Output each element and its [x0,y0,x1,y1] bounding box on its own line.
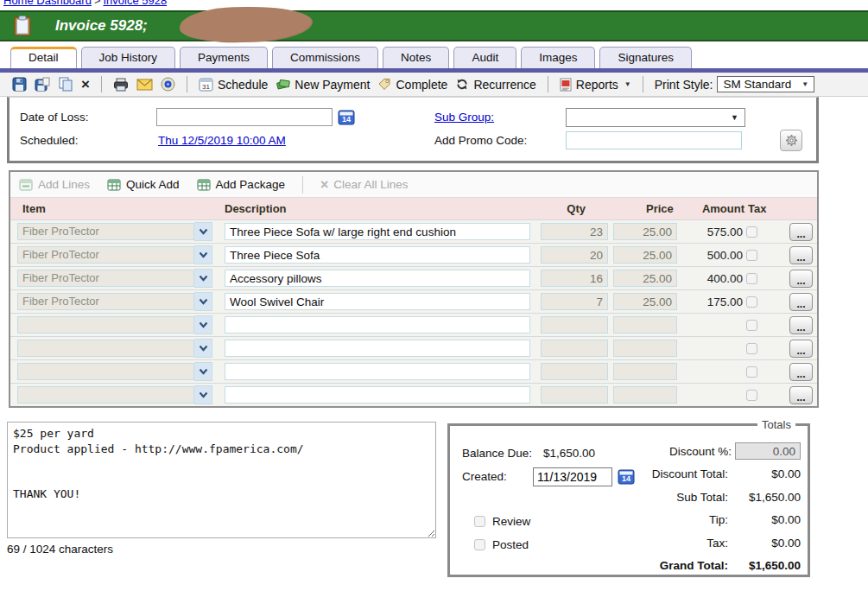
row-menu-button[interactable]: ... [789,340,813,358]
promo-settings-button[interactable] [780,130,802,151]
price-input[interactable] [613,223,677,240]
add-lines-icon [19,179,33,191]
item-select[interactable]: Fiber ProTector [17,292,225,311]
recurrence-button[interactable]: Recurrence [455,78,535,92]
tax-checkbox[interactable] [746,296,757,308]
item-select[interactable]: Fiber ProTector [17,245,225,264]
description-input[interactable] [225,316,530,334]
price-input[interactable] [613,293,677,310]
tab-job-history[interactable]: Job History [81,47,176,68]
description-input[interactable] [225,340,530,357]
add-package-button[interactable]: Add Package [197,178,285,191]
tax-checkbox[interactable] [746,343,757,354]
email-icon[interactable] [136,79,153,91]
chevron-down-icon: ▼ [624,80,631,88]
grand-total-label: Grand Total: [660,559,728,572]
qty-input[interactable] [541,293,608,310]
sub-group-select[interactable]: ▼ [566,108,745,127]
price-input[interactable] [613,270,677,287]
description-input[interactable] [225,223,530,240]
tax-checkbox[interactable] [746,226,757,238]
tab-audit[interactable]: Audit [453,47,516,68]
description-input[interactable] [225,246,530,264]
tax-checkbox[interactable] [746,273,757,284]
qty-input[interactable] [541,363,608,380]
row-menu-button[interactable]: ... [789,293,813,311]
tip-value: $0.00 [732,513,801,526]
date-of-loss-label: Date of Loss: [20,111,156,124]
tax-value: $0.00 [732,537,801,550]
tab-notes[interactable]: Notes [383,47,449,68]
tab-signatures[interactable]: Signatures [599,47,692,68]
add-lines-button[interactable]: Add Lines [19,178,90,191]
clear-all-lines-button[interactable]: × Clear All Lines [320,178,409,191]
clipboard-icon [12,15,33,37]
tax-checkbox[interactable] [746,390,757,401]
delete-icon[interactable]: × [81,78,90,92]
printer-icon[interactable] [113,78,129,92]
qty-input[interactable] [541,340,608,357]
review-checkbox[interactable] [474,516,485,527]
complete-button[interactable]: Complete [377,78,447,92]
schedule-button[interactable]: 31 Schedule [199,78,268,92]
date-of-loss-input[interactable] [156,108,333,126]
description-input[interactable] [225,363,530,380]
discount-total-value: $0.00 [732,467,801,480]
description-input[interactable] [225,270,530,287]
tab-images[interactable]: Images [521,47,595,68]
tax-checkbox[interactable] [746,366,757,378]
breadcrumb-current-link[interactable]: Invoice 5928 [103,0,167,7]
tax-checkbox[interactable] [746,320,757,331]
sub-group-link[interactable]: Sub Group: [434,111,494,124]
qty-input[interactable] [541,246,608,264]
description-input[interactable] [225,293,530,310]
description-input[interactable] [225,386,530,404]
tab-commissions[interactable]: Commissions [272,47,378,68]
price-input[interactable] [613,340,677,357]
qty-input[interactable] [541,386,608,404]
row-menu-button[interactable]: ... [789,363,813,381]
chevron-down-icon: ▼ [801,80,808,88]
price-input[interactable] [613,363,677,380]
breadcrumb-home-link[interactable]: Home Dashboard [3,0,92,7]
row-menu-button[interactable]: ... [789,316,813,334]
posted-checkbox[interactable] [474,539,485,550]
price-input[interactable] [613,246,677,264]
price-input[interactable] [613,386,677,404]
tab-detail[interactable]: Detail [10,47,77,68]
add-lines-label: Add Lines [38,178,90,191]
item-select[interactable] [17,385,225,404]
save-icon[interactable] [12,77,27,92]
qty-input[interactable] [541,270,608,287]
promo-code-input[interactable] [566,131,742,149]
tab-payments[interactable]: Payments [180,47,268,68]
print-style-select[interactable]: SM Standard ▼ [717,76,814,92]
qty-input[interactable] [541,223,608,240]
reports-button[interactable]: Reports ▼ [560,78,631,92]
tax-checkbox[interactable] [746,250,757,261]
qty-input[interactable] [541,316,608,334]
item-select[interactable] [17,362,225,381]
save-as-icon[interactable] [35,77,50,92]
globe-icon[interactable] [161,77,175,92]
quick-add-label: Quick Add [126,178,180,191]
invoice-notes-textarea[interactable] [7,422,436,538]
row-menu-button[interactable]: ... [789,246,813,264]
date-picker-icon[interactable]: 14 [338,109,355,125]
scheduled-date-link[interactable]: Thu 12/5/2019 10:00 AM [158,134,286,147]
chevron-down-icon [194,269,212,288]
price-input[interactable] [613,316,677,334]
item-select[interactable]: Fiber ProTector [17,222,225,241]
item-select[interactable] [17,339,225,358]
copy-icon[interactable] [58,77,73,92]
item-value: Fiber ProTector [17,223,194,240]
discount-pct-input[interactable] [735,442,801,460]
row-menu-button[interactable]: ... [789,386,813,404]
item-value [17,386,194,404]
item-select[interactable]: Fiber ProTector [17,269,225,288]
item-select[interactable] [17,315,225,334]
row-menu-button[interactable]: ... [789,270,813,288]
row-menu-button[interactable]: ... [789,223,813,241]
quick-add-button[interactable]: Quick Add [107,178,180,191]
new-payment-button[interactable]: New Payment [276,78,370,92]
